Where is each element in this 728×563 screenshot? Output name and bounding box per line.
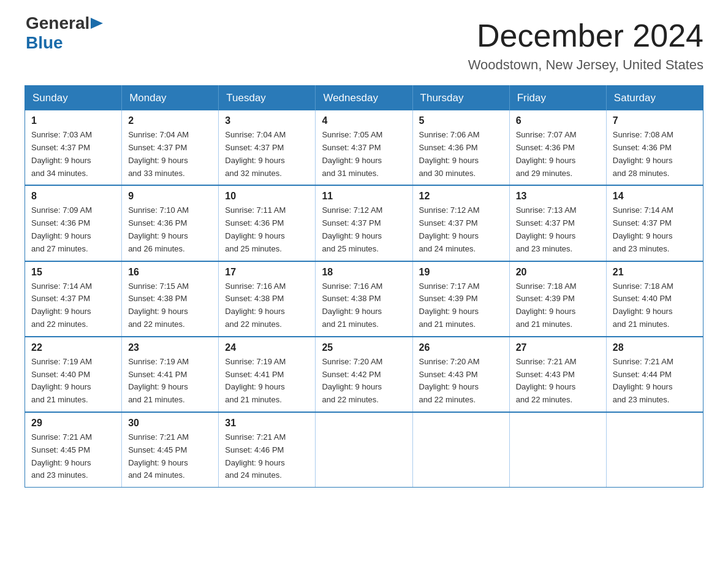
day-info: Sunrise: 7:21 AMSunset: 4:46 PMDaylight:… bbox=[225, 432, 286, 480]
day-number: 31 bbox=[225, 418, 309, 429]
day-info: Sunrise: 7:18 AMSunset: 4:40 PMDaylight:… bbox=[613, 282, 673, 329]
weekday-header-saturday: Saturday bbox=[606, 86, 703, 111]
day-info: Sunrise: 7:15 AMSunset: 4:38 PMDaylight:… bbox=[128, 282, 189, 329]
day-info: Sunrise: 7:19 AMSunset: 4:41 PMDaylight:… bbox=[225, 357, 286, 404]
day-number: 20 bbox=[516, 267, 600, 278]
calendar-cell: 18 Sunrise: 7:16 AMSunset: 4:38 PMDaylig… bbox=[316, 261, 412, 337]
day-number: 28 bbox=[613, 342, 697, 353]
day-number: 11 bbox=[322, 191, 406, 202]
day-info: Sunrise: 7:17 AMSunset: 4:39 PMDaylight:… bbox=[419, 282, 480, 329]
day-info: Sunrise: 7:21 AMSunset: 4:45 PMDaylight:… bbox=[128, 432, 189, 480]
day-info: Sunrise: 7:19 AMSunset: 4:40 PMDaylight:… bbox=[31, 357, 92, 404]
day-info: Sunrise: 7:12 AMSunset: 4:37 PMDaylight:… bbox=[419, 205, 480, 253]
day-info: Sunrise: 7:14 AMSunset: 4:37 PMDaylight:… bbox=[31, 282, 92, 329]
calendar-cell bbox=[509, 412, 606, 488]
location-subtitle: Woodstown, New Jersey, United States bbox=[468, 57, 703, 73]
day-info: Sunrise: 7:21 AMSunset: 4:44 PMDaylight:… bbox=[613, 357, 673, 404]
day-info: Sunrise: 7:07 AMSunset: 4:36 PMDaylight:… bbox=[516, 130, 577, 177]
page-title: December 2024 bbox=[468, 18, 703, 53]
calendar-cell: 13 Sunrise: 7:13 AMSunset: 4:37 PMDaylig… bbox=[509, 185, 606, 261]
day-number: 15 bbox=[31, 267, 115, 278]
day-number: 3 bbox=[225, 115, 309, 126]
day-number: 6 bbox=[516, 115, 600, 126]
day-number: 13 bbox=[516, 191, 600, 202]
day-number: 26 bbox=[419, 342, 503, 353]
day-info: Sunrise: 7:16 AMSunset: 4:38 PMDaylight:… bbox=[225, 282, 286, 329]
day-info: Sunrise: 7:10 AMSunset: 4:36 PMDaylight:… bbox=[128, 205, 189, 253]
logo-triangle-icon bbox=[91, 17, 104, 30]
calendar-week-3: 15 Sunrise: 7:14 AMSunset: 4:37 PMDaylig… bbox=[25, 261, 703, 337]
calendar-cell: 29 Sunrise: 7:21 AMSunset: 4:45 PMDaylig… bbox=[25, 412, 122, 488]
calendar-cell: 27 Sunrise: 7:21 AMSunset: 4:43 PMDaylig… bbox=[509, 337, 606, 412]
weekday-header-friday: Friday bbox=[509, 86, 606, 111]
day-info: Sunrise: 7:08 AMSunset: 4:36 PMDaylight:… bbox=[613, 130, 673, 177]
calendar-cell: 7 Sunrise: 7:08 AMSunset: 4:36 PMDayligh… bbox=[606, 110, 703, 185]
day-info: Sunrise: 7:20 AMSunset: 4:42 PMDaylight:… bbox=[322, 357, 382, 404]
logo-area: General General Blue bbox=[25, 18, 105, 53]
calendar-cell: 4 Sunrise: 7:05 AMSunset: 4:37 PMDayligh… bbox=[316, 110, 412, 185]
calendar-cell: 3 Sunrise: 7:04 AMSunset: 4:37 PMDayligh… bbox=[219, 110, 316, 185]
calendar-cell: 24 Sunrise: 7:19 AMSunset: 4:41 PMDaylig… bbox=[219, 337, 316, 412]
day-info: Sunrise: 7:03 AMSunset: 4:37 PMDaylight:… bbox=[31, 130, 92, 177]
calendar-cell bbox=[606, 412, 703, 488]
calendar-cell: 14 Sunrise: 7:14 AMSunset: 4:37 PMDaylig… bbox=[606, 185, 703, 261]
day-number: 30 bbox=[128, 418, 212, 429]
day-number: 5 bbox=[419, 115, 503, 126]
day-number: 17 bbox=[225, 267, 309, 278]
weekday-header-sunday: Sunday bbox=[25, 86, 122, 111]
day-number: 27 bbox=[516, 342, 600, 353]
day-info: Sunrise: 7:11 AMSunset: 4:36 PMDaylight:… bbox=[225, 205, 286, 253]
weekday-header-monday: Monday bbox=[122, 86, 219, 111]
day-number: 25 bbox=[322, 342, 406, 353]
calendar-cell bbox=[316, 412, 412, 488]
calendar-week-1: 1 Sunrise: 7:03 AMSunset: 4:37 PMDayligh… bbox=[25, 110, 703, 185]
calendar-week-2: 8 Sunrise: 7:09 AMSunset: 4:36 PMDayligh… bbox=[25, 185, 703, 261]
day-info: Sunrise: 7:16 AMSunset: 4:38 PMDaylight:… bbox=[322, 282, 382, 329]
calendar-table: SundayMondayTuesdayWednesdayThursdayFrid… bbox=[25, 85, 703, 488]
calendar-cell: 31 Sunrise: 7:21 AMSunset: 4:46 PMDaylig… bbox=[219, 412, 316, 488]
weekday-header-wednesday: Wednesday bbox=[316, 86, 412, 111]
day-number: 29 bbox=[31, 418, 115, 429]
day-info: Sunrise: 7:06 AMSunset: 4:36 PMDaylight:… bbox=[419, 130, 480, 177]
day-number: 14 bbox=[613, 191, 697, 202]
day-info: Sunrise: 7:13 AMSunset: 4:37 PMDaylight:… bbox=[516, 205, 577, 253]
calendar-cell: 21 Sunrise: 7:18 AMSunset: 4:40 PMDaylig… bbox=[606, 261, 703, 337]
day-number: 21 bbox=[613, 267, 697, 278]
calendar-cell: 25 Sunrise: 7:20 AMSunset: 4:42 PMDaylig… bbox=[316, 337, 412, 412]
day-info: Sunrise: 7:14 AMSunset: 4:37 PMDaylight:… bbox=[613, 205, 673, 253]
calendar-week-5: 29 Sunrise: 7:21 AMSunset: 4:45 PMDaylig… bbox=[25, 412, 703, 488]
day-number: 24 bbox=[225, 342, 309, 353]
day-number: 16 bbox=[128, 267, 212, 278]
day-number: 23 bbox=[128, 342, 212, 353]
day-number: 18 bbox=[322, 267, 406, 278]
calendar-cell: 9 Sunrise: 7:10 AMSunset: 4:36 PMDayligh… bbox=[122, 185, 219, 261]
calendar-cell: 1 Sunrise: 7:03 AMSunset: 4:37 PMDayligh… bbox=[25, 110, 122, 185]
day-number: 8 bbox=[31, 191, 115, 202]
day-number: 2 bbox=[128, 115, 212, 126]
day-number: 19 bbox=[419, 267, 503, 278]
day-number: 12 bbox=[419, 191, 503, 202]
calendar-cell: 17 Sunrise: 7:16 AMSunset: 4:38 PMDaylig… bbox=[219, 261, 316, 337]
day-number: 1 bbox=[31, 115, 115, 126]
weekday-header-row: SundayMondayTuesdayWednesdayThursdayFrid… bbox=[25, 86, 703, 111]
calendar-cell: 15 Sunrise: 7:14 AMSunset: 4:37 PMDaylig… bbox=[25, 261, 122, 337]
day-info: Sunrise: 7:21 AMSunset: 4:43 PMDaylight:… bbox=[516, 357, 577, 404]
day-number: 7 bbox=[613, 115, 697, 126]
calendar-cell: 20 Sunrise: 7:18 AMSunset: 4:39 PMDaylig… bbox=[509, 261, 606, 337]
calendar-cell: 8 Sunrise: 7:09 AMSunset: 4:36 PMDayligh… bbox=[25, 185, 122, 261]
calendar-cell: 30 Sunrise: 7:21 AMSunset: 4:45 PMDaylig… bbox=[122, 412, 219, 488]
day-info: Sunrise: 7:04 AMSunset: 4:37 PMDaylight:… bbox=[128, 130, 189, 177]
logo-general-text2: General bbox=[26, 13, 89, 33]
day-number: 10 bbox=[225, 191, 309, 202]
day-info: Sunrise: 7:20 AMSunset: 4:43 PMDaylight:… bbox=[419, 357, 480, 404]
day-info: Sunrise: 7:19 AMSunset: 4:41 PMDaylight:… bbox=[128, 357, 189, 404]
day-info: Sunrise: 7:12 AMSunset: 4:37 PMDaylight:… bbox=[322, 205, 382, 253]
svg-marker-0 bbox=[91, 18, 103, 29]
calendar-cell: 23 Sunrise: 7:19 AMSunset: 4:41 PMDaylig… bbox=[122, 337, 219, 412]
calendar-week-4: 22 Sunrise: 7:19 AMSunset: 4:40 PMDaylig… bbox=[25, 337, 703, 412]
calendar-cell: 26 Sunrise: 7:20 AMSunset: 4:43 PMDaylig… bbox=[412, 337, 509, 412]
calendar-cell: 16 Sunrise: 7:15 AMSunset: 4:38 PMDaylig… bbox=[122, 261, 219, 337]
calendar-cell: 12 Sunrise: 7:12 AMSunset: 4:37 PMDaylig… bbox=[412, 185, 509, 261]
day-number: 22 bbox=[31, 342, 115, 353]
calendar-cell: 10 Sunrise: 7:11 AMSunset: 4:36 PMDaylig… bbox=[219, 185, 316, 261]
